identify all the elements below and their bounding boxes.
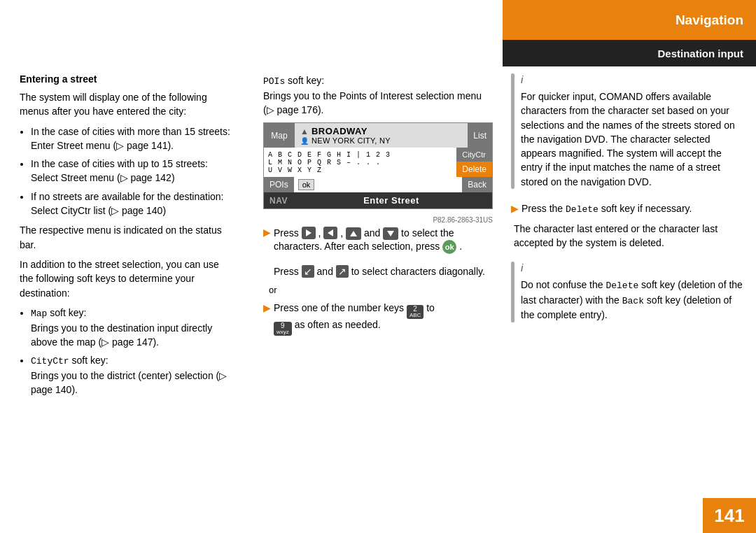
main-content: Entering a street The system will displa… (0, 66, 756, 533)
btn-right-arrow (302, 227, 316, 239)
btn-num-9: 9 wxyz (274, 322, 292, 336)
list-item-map: Map soft key:Brings you to the destinati… (31, 306, 235, 349)
step-1-press: Press (274, 227, 302, 239)
nav-city-name: NEW YORK CITY, NY (312, 136, 391, 145)
part-number: P82.86-2863-31US (263, 216, 493, 224)
soft-key-list: Map soft key:Brings you to the destinati… (31, 306, 235, 397)
nav-person-icon: 👤 (300, 137, 309, 145)
info-text-2: Do not confuse the Delete soft key (dele… (521, 278, 743, 322)
list-item: If no streets are available for the dest… (31, 190, 235, 218)
or-divider: or (269, 285, 493, 295)
info-icon-2: i (521, 262, 743, 273)
back-button[interactable]: Back (462, 177, 492, 192)
step-1-arrow: ▶ (263, 227, 271, 238)
nav-city-row: 👤 NEW YORK CITY, NY (300, 136, 462, 145)
ok-label[interactable]: ok (298, 179, 315, 190)
nav-ok-area: ok (294, 177, 463, 192)
header-navigation: Navigation (503, 0, 756, 40)
nav-title-area: ▲ BROADWAY 👤 NEW YORK CITY, NY (295, 123, 468, 148)
nav-street-name: BROADWAY (312, 126, 368, 136)
delete-step: ▶ Press the Delete soft key if necessary… (511, 203, 743, 215)
step-2-arrow: ▶ (263, 302, 271, 313)
delete-step-arrow: ▶ (511, 203, 519, 214)
step-1-content: Press , , and to select the characters. … (274, 227, 493, 278)
period-1: . (459, 241, 462, 252)
sub-header-destination: Destination input (503, 40, 756, 66)
info-box-2: i Do not confuse the Delete soft key (de… (511, 262, 743, 322)
nav-display-box: Map ▲ BROADWAY 👤 NEW YORK CITY, NY List (263, 122, 493, 209)
comma-2: , (340, 227, 346, 239)
char-row-2: L M N O P Q R S – . . . (268, 159, 452, 166)
delete-key-label: Delete (566, 204, 598, 215)
step-2-content: Press one of the number keys 2 ABC to 9 … (274, 302, 435, 336)
btn-up-arrow (346, 227, 361, 240)
left-column: Entering a street The system will displa… (0, 66, 252, 533)
soft-keys-intro: In addition to the street selection, you… (20, 257, 235, 300)
step-2-often: as often as needed. (295, 319, 381, 330)
nav-triangle-icon: ▲ (300, 127, 309, 136)
info-bar-1 (511, 73, 514, 189)
step-2-to: to (426, 302, 435, 313)
list-item: In the case of cities with more than 15 … (31, 125, 235, 153)
list-item: In the case of cities with up to 15 stre… (31, 157, 235, 185)
char-row-3: U V W X Y Z (268, 166, 452, 174)
diag-left-icon: ↙ (302, 265, 314, 278)
and-text: and (364, 227, 383, 239)
and-text-2: and (317, 266, 336, 277)
right-column: i For quicker input, COMAND offers avail… (504, 66, 756, 533)
delete-step-suffix: soft key if necessary. (601, 203, 692, 214)
nav-row-3: POIs ok Back (264, 177, 492, 192)
btn-num-2: 2 ABC (407, 305, 424, 319)
step-1b-diag: to select characters diagonally. (351, 266, 485, 277)
nav-row-1: Map ▲ BROADWAY 👤 NEW YORK CITY, NY List (264, 123, 492, 148)
diag-right-icon: ↗ (336, 265, 349, 278)
comma-1: , (318, 227, 324, 239)
btn-left-arrow (323, 227, 337, 239)
btn-down-arrow (383, 227, 398, 240)
char-row-1: A B C D E F G H I | 1 2 3 (268, 151, 452, 159)
nav-row-2: A B C D E F G H I | 1 2 3 L M N O P Q R … (264, 148, 492, 177)
cityctr-button[interactable]: CityCtr (456, 148, 492, 162)
mid-column: POIs soft key: Brings you to the Points … (252, 66, 504, 533)
sub-header-title: Destination input (658, 48, 744, 59)
nav-label: NAV (270, 196, 288, 206)
right-btns: CityCtr Delete (456, 148, 492, 177)
section-heading: Entering a street (20, 73, 235, 85)
list-item-cityctr: CityCtr soft key:Brings you to the distr… (31, 353, 235, 397)
delete-button[interactable]: Delete (456, 162, 492, 177)
step-2: ▶ Press one of the number keys 2 ABC to … (263, 302, 493, 336)
nav-char-area: A B C D E F G H I | 1 2 3 L M N O P Q R … (264, 148, 456, 177)
left-intro: The system will display one of the follo… (20, 90, 235, 119)
map-button[interactable]: Map (264, 123, 295, 148)
info-box-1: i For quicker input, COMAND offers avail… (511, 73, 743, 189)
ok-circle-btn: ok (442, 240, 456, 254)
info-icon-1: i (521, 73, 743, 85)
status-bar-note: The respective menu is indicated on the … (20, 223, 235, 252)
header-title: Navigation (676, 13, 743, 28)
pois-key-desc: POIs soft key: Brings you to the Points … (263, 73, 493, 117)
step-2-text: Press one of the number keys (274, 302, 404, 313)
pois-button[interactable]: POIs (264, 177, 294, 192)
info-text-1: For quicker input, COMAND offers availab… (521, 90, 743, 189)
enter-street-label: Enter Street (296, 195, 486, 206)
step-1: ▶ Press , , and to select the characters… (263, 227, 493, 278)
bullet-list: In the case of cities with more than 15 … (31, 125, 235, 218)
info-bar-2 (511, 262, 514, 322)
delete-step-press: Press the (522, 203, 566, 214)
nav-bottom-row: NAV Enter Street (264, 192, 492, 208)
nav-street-icon-row: ▲ BROADWAY (300, 126, 462, 136)
delete-step-content: Press the Delete soft key if necessary. (522, 203, 692, 215)
pois-key-label: POIs (263, 76, 285, 87)
step-1b-press: Press (274, 266, 302, 277)
delete-note: The character last entered or the charac… (514, 222, 743, 250)
list-button[interactable]: List (468, 123, 492, 148)
